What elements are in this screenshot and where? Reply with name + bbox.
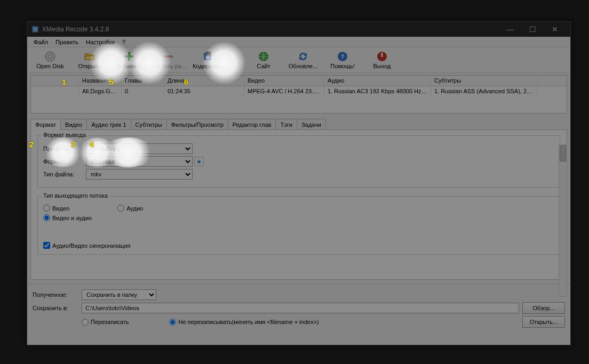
tab-subs[interactable]: Субтитры xyxy=(131,119,167,130)
col-audio[interactable]: Аудио xyxy=(324,76,431,86)
svg-rect-14 xyxy=(381,53,383,57)
row-subs: 1. Russian ASS (Advanced SSA), 2. ... xyxy=(431,86,538,97)
remove-button: Удалить ра... xyxy=(149,48,188,72)
radio-both[interactable]: Видео и аудио xyxy=(43,214,92,221)
badge-5: 5 xyxy=(107,77,116,87)
exit-button[interactable]: Выход xyxy=(362,48,402,72)
svg-rect-6 xyxy=(164,55,173,58)
app-icon xyxy=(31,26,39,33)
stream-type-group: Тип выходящего потока Видео Аудио Видео … xyxy=(37,196,560,255)
received-label: Полученное: xyxy=(33,292,78,298)
menu-file[interactable]: Файл xyxy=(30,38,51,46)
received-select[interactable]: Сохранить в папку xyxy=(82,289,156,300)
refresh-icon xyxy=(297,51,309,62)
favorite-icon[interactable]: ★ xyxy=(194,157,204,166)
help-button[interactable]: ? Помощь! xyxy=(323,48,362,72)
filetype-label: Тип файла: xyxy=(43,171,86,177)
open-disk-button[interactable]: Open Disk xyxy=(30,48,70,72)
help-label: Помощь! xyxy=(323,63,362,69)
globe-icon xyxy=(258,51,269,62)
radio-audio[interactable]: Аудио xyxy=(117,205,143,212)
help-icon: ? xyxy=(337,51,348,62)
menubar: Файл Править Настройки ? xyxy=(27,37,570,47)
row-chapters: 0 xyxy=(122,86,164,97)
svg-point-9 xyxy=(206,56,209,59)
encode-icon xyxy=(202,51,214,62)
menu-settings[interactable]: Настройки xyxy=(83,38,118,46)
profile-label: Профиль: xyxy=(43,145,86,152)
tabstrip: Формат Видео Аудио трек 1 Субтитры Фильт… xyxy=(30,119,567,130)
disc-icon xyxy=(44,51,56,62)
tab-audio[interactable]: Аудио трек 1 xyxy=(86,119,131,130)
tab-jobs[interactable]: Задачи xyxy=(297,119,326,130)
format-page: Формат вывода Профиль: По выбору Формат:… xyxy=(30,130,567,280)
format-label: Формат: xyxy=(43,158,86,165)
badge-3: 3 xyxy=(68,140,78,149)
exit-icon xyxy=(376,51,388,62)
radio-no-overwrite[interactable]: Не перезаписывать(менять имя <filename +… xyxy=(169,319,319,326)
folder-open-icon xyxy=(84,51,95,62)
col-video[interactable]: Видео xyxy=(244,76,324,86)
close-button[interactable]: ✕ xyxy=(544,22,566,37)
svg-rect-8 xyxy=(206,52,211,55)
row-icon xyxy=(31,86,79,97)
bottom-panel: Полученное: Сохранить в папку Сохранить … xyxy=(27,284,570,333)
app-window: XMedia Recode 3.4.2.8 — ☐ ✕ Файл Править… xyxy=(27,21,571,345)
save-to-input[interactable] xyxy=(82,303,519,313)
plus-icon xyxy=(123,51,135,62)
remove-label: Удалить ра... xyxy=(149,63,188,69)
tab-format[interactable]: Формат xyxy=(30,119,61,130)
file-row[interactable]: All.Dogs.Go.... 0 01:24:35 MPEG-4 AVC / … xyxy=(31,86,567,97)
radio-video[interactable]: Видео xyxy=(43,205,69,212)
update-button[interactable]: Обновле... xyxy=(283,48,323,72)
tab-filters[interactable]: Фильтры/Просмотр xyxy=(166,119,228,130)
av-sync-check[interactable]: Аудио/Видео синхронизация xyxy=(43,242,538,249)
exit-label: Выход xyxy=(362,63,402,69)
open-file-button[interactable]: Открыть xyxy=(70,48,109,72)
filetype-select[interactable]: mkv xyxy=(86,169,193,180)
encode-label: Кодирова... xyxy=(188,63,228,69)
svg-rect-5 xyxy=(125,55,133,58)
badge-6: 6 xyxy=(181,77,191,87)
col-subs[interactable]: Субтитры xyxy=(431,76,538,86)
format-select[interactable]: Matroska xyxy=(86,156,193,167)
col-chapters[interactable]: Главы xyxy=(122,76,164,86)
tab-tags[interactable]: Тэги xyxy=(275,119,297,130)
add-button[interactable]: Добавить xyxy=(109,48,149,72)
tab-video[interactable]: Видео xyxy=(60,119,87,130)
scrollbar-thumb[interactable] xyxy=(560,145,566,161)
titlebar: XMedia Recode 3.4.2.8 — ☐ ✕ xyxy=(27,22,570,37)
output-format-group: Формат вывода Профиль: По выбору Формат:… xyxy=(37,135,560,188)
svg-point-3 xyxy=(49,55,52,58)
site-button[interactable]: Сайт xyxy=(244,48,283,72)
minus-icon xyxy=(163,51,174,62)
row-audio: 1. Russian AC3 192 Kbps 48000 Hz ... xyxy=(324,86,431,97)
window-title: XMedia Recode 3.4.2.8 xyxy=(42,26,499,33)
row-length: 01:24:35 xyxy=(164,86,244,97)
update-label: Обновле... xyxy=(283,63,323,69)
open-output-button[interactable]: Открыть... xyxy=(522,316,565,328)
add-label: Добавить xyxy=(109,63,149,69)
badge-1: 1 xyxy=(59,77,69,87)
open-file-label: Открыть xyxy=(70,63,109,69)
row-video: MPEG-4 AVC / H.264 23.9... xyxy=(244,86,324,97)
save-to-label: Сохранить в: xyxy=(33,305,78,311)
menu-help[interactable]: ? xyxy=(119,38,129,46)
col-length[interactable]: Длина xyxy=(164,76,244,86)
browse-button[interactable]: Обзор... xyxy=(522,302,565,314)
stream-type-legend: Тип выходящего потока xyxy=(41,192,110,199)
tab-chapters[interactable]: Редактор глав xyxy=(228,119,276,130)
maximize-button[interactable]: ☐ xyxy=(521,22,544,37)
svg-text:?: ? xyxy=(341,53,345,60)
encode-button[interactable]: Кодирова... xyxy=(188,48,228,72)
profile-select[interactable]: По выбору xyxy=(86,143,193,154)
toolbar: Open Disk Открыть Добавить Удалить ра...… xyxy=(27,47,570,73)
minimize-button[interactable]: — xyxy=(499,22,521,37)
col-empty xyxy=(31,76,79,86)
badge-2: 2 xyxy=(27,140,36,149)
radio-overwrite[interactable]: Перезаписать xyxy=(82,319,129,326)
open-disk-label: Open Disk xyxy=(30,63,70,69)
vertical-scrollbar[interactable] xyxy=(559,144,567,297)
svg-rect-1 xyxy=(33,27,37,31)
menu-edit[interactable]: Править xyxy=(52,38,82,46)
